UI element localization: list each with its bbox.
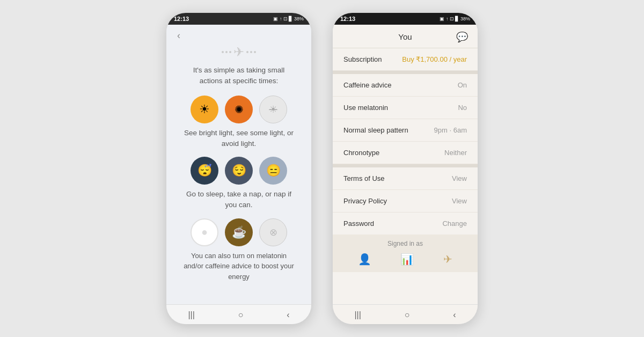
dot-3 — [229, 51, 231, 53]
sleep-pattern-row[interactable]: Normal sleep pattern 9pm · 6am — [333, 119, 478, 142]
password-label: Password — [343, 219, 374, 228]
left-nav-menu[interactable]: ||| — [188, 310, 194, 320]
right-status-bar: 12:13 ▣ ↑ ⊡ ▊ 38% — [333, 13, 478, 25]
left-nav-back[interactable]: ‹ — [287, 310, 289, 320]
flight-dots — [222, 51, 231, 53]
left-nav-home[interactable]: ○ — [238, 310, 244, 320]
caffeine-icon-row: ● ☕ ⊗ — [191, 218, 287, 246]
right-nav-back[interactable]: ‹ — [453, 310, 456, 320]
terms-label: Terms of Use — [343, 174, 385, 182]
privacy-row[interactable]: Privacy Policy View — [333, 190, 478, 213]
plane-icon: ✈ — [233, 45, 244, 60]
dot-4 — [246, 51, 248, 53]
some-light-icon: ✺ — [225, 96, 253, 123]
right-nav-home[interactable]: ○ — [405, 310, 410, 320]
left-phone: 12:13 ▣ ↑ ⊡ ▊ 38% ‹ ✈ It's as simple as … — [166, 13, 311, 324]
settings-list: Subscription Buy ₹1,700.00 / year Caffei… — [333, 48, 478, 235]
deep-sleep-icon: 😴 — [191, 157, 218, 185]
caffeine-row[interactable]: Caffeine advice On — [333, 74, 478, 97]
chronotype-row[interactable]: Chronotype Neither — [333, 142, 478, 164]
left-content: ‹ ✈ It's as simple as taking small actio… — [166, 25, 311, 304]
back-button[interactable]: ‹ — [177, 30, 301, 41]
sleep-pattern-label: Normal sleep pattern — [343, 126, 408, 134]
password-value: Change — [442, 219, 467, 228]
privacy-label: Privacy Policy — [343, 197, 387, 205]
right-content: You 💬 Subscription Buy ₹1,700.00 / year … — [333, 25, 478, 304]
plane-area: ✈ — [222, 45, 256, 60]
flight-dots-right — [246, 51, 256, 53]
dot-2 — [225, 51, 228, 53]
right-nav-menu[interactable]: ||| — [354, 310, 361, 320]
sleep-pattern-value: 9pm · 6am — [434, 126, 467, 134]
signed-label: Signed in as — [343, 240, 467, 247]
right-time: 12:13 — [340, 16, 355, 22]
terms-value: View — [452, 174, 467, 182]
caffeine-label: Caffeine advice — [343, 81, 391, 89]
melatonin-value: No — [458, 104, 467, 112]
signed-section: Signed in as 👤 📊 ✈ — [333, 235, 478, 272]
subscription-value: Buy ₹1,700.00 / year — [402, 55, 467, 63]
light-icon-row: ☀ ✺ ☀ — [191, 96, 287, 123]
right-phone: 12:13 ▣ ↑ ⊡ ▊ 38% You 💬 Subscription Buy… — [333, 13, 478, 324]
boost-text: You can also turn on melatonin and/or ca… — [177, 251, 301, 282]
airplane-icon[interactable]: ✈ — [443, 253, 452, 266]
desc-text: It's as simple as taking small actions a… — [177, 65, 301, 87]
right-nav-bar: ||| ○ ‹ — [333, 304, 478, 324]
chronotype-label: Chronotype — [343, 149, 379, 157]
left-time: 12:13 — [174, 16, 189, 22]
sleep-text: Go to sleep, take a nap, or nap if you c… — [177, 189, 301, 211]
person-icon[interactable]: 👤 — [358, 253, 371, 266]
you-header: You 💬 — [333, 25, 478, 48]
bright-light-icon: ☀ — [191, 96, 218, 123]
nap-icon: 😌 — [225, 157, 253, 185]
signed-icons-row: 👤 📊 ✈ — [343, 253, 467, 266]
light-text: See bright light, see some light, or avo… — [177, 128, 301, 150]
password-row[interactable]: Password Change — [333, 213, 478, 235]
left-status-icons: ▣ ↑ ⊡ ▊ 38% — [273, 16, 304, 21]
left-nav-bar: ||| ○ ‹ — [166, 304, 311, 324]
terms-row[interactable]: Terms of Use View — [333, 167, 478, 190]
chronotype-value: Neither — [444, 149, 467, 157]
caffeine-on-icon: ☕ — [225, 218, 253, 246]
light-nap-icon: 😑 — [259, 157, 287, 185]
dot-5 — [250, 51, 252, 53]
melatonin-row[interactable]: Use melatonin No — [333, 97, 478, 119]
privacy-value: View — [452, 197, 467, 205]
right-status-icons: ▣ ↑ ⊡ ▊ 38% — [440, 16, 470, 21]
caffeine-off-icon: ⊗ — [259, 218, 287, 246]
dot-1 — [222, 51, 224, 53]
bar-chart-icon[interactable]: 📊 — [400, 253, 414, 266]
avoid-light-icon: ☀ — [259, 96, 287, 123]
left-status-bar: 12:13 ▣ ↑ ⊡ ▊ 38% — [166, 13, 311, 25]
dot-6 — [254, 51, 256, 53]
caffeine-value: On — [458, 81, 467, 89]
subscription-row[interactable]: Subscription Buy ₹1,700.00 / year — [333, 48, 478, 71]
subscription-label: Subscription — [343, 55, 382, 63]
melatonin-label: Use melatonin — [343, 104, 388, 112]
chat-icon[interactable]: 💬 — [456, 31, 468, 43]
you-title: You — [398, 32, 412, 41]
melatonin-off-icon: ● — [191, 218, 218, 246]
sleep-icon-row: 😴 😌 😑 — [191, 157, 287, 185]
